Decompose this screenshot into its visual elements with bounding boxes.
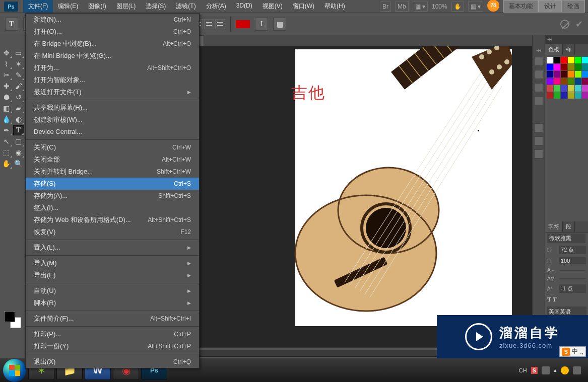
menu-item-退出(X)[interactable]: 退出(X)Ctrl+Q [26,356,199,368]
menu-item-打开(O)...[interactable]: 打开(O)...Ctrl+O [26,26,199,38]
swatch[interactable] [568,92,574,99]
move-tool[interactable]: ✥ [1,48,12,58]
eraser-tool[interactable]: ◧ [1,103,12,113]
tray-ch[interactable]: CH [519,367,527,373]
menu-item-文件简介(F)...[interactable]: 文件简介(F)...Alt+Shift+Ctrl+I [26,313,199,325]
italic-t[interactable]: T [553,296,556,303]
tray-icon[interactable] [561,366,569,374]
text-color-swatch[interactable] [236,20,250,28]
swatch[interactable] [547,71,553,78]
swatch[interactable] [575,92,581,99]
cs-live-badge[interactable]: 78 [487,0,499,12]
dock-icon[interactable] [534,70,543,79]
swatch[interactable] [547,78,553,85]
dock-icon[interactable] [534,149,543,159]
swatch[interactable] [561,85,567,92]
swatch[interactable] [547,85,553,92]
3d-tool[interactable]: ⬚ [1,147,12,158]
menu-item-打开为...[interactable]: 打开为...Alt+Shift+Ctrl+O [26,62,199,74]
swatch[interactable] [575,64,581,70]
blur-tool[interactable]: 💧 [1,114,12,124]
color-swatches[interactable] [4,311,21,328]
swatch[interactable] [575,71,581,78]
view-grid-icon[interactable]: ▦ ▾ [468,2,483,12]
warp-text-icon[interactable]: I [255,18,268,31]
swatch[interactable] [554,85,560,92]
kerning-field[interactable] [559,278,586,279]
menu-编辑(E)[interactable]: 编辑(E) [53,0,83,13]
hand-icon[interactable]: ✋ [451,2,464,12]
swatch[interactable] [575,85,581,92]
menu-文件(F)[interactable]: 文件(F) [23,0,53,13]
menu-item-在 Mini Bridge 中浏览(G)...[interactable]: 在 Mini Bridge 中浏览(G)... [26,50,199,62]
panel-tab[interactable]: 色板 [545,44,563,55]
fg-color[interactable] [4,311,15,322]
tray-up-icon[interactable]: ▴ [554,367,557,373]
swatch[interactable] [568,78,574,85]
menu-item-打印一份(Y)[interactable]: 打印一份(Y)Alt+Shift+Ctrl+P [26,340,199,352]
swatch[interactable] [554,57,560,63]
menu-item-关闭并转到 Bridge...[interactable]: 关闭并转到 Bridge...Shift+Ctrl+W [26,166,199,178]
collapse-icon[interactable]: ◂◂ [536,47,541,53]
dock-icon[interactable] [534,96,543,105]
swatch[interactable] [582,57,588,63]
menu-3D(D)[interactable]: 3D(D) [231,0,257,13]
tracking-field[interactable] [559,270,586,271]
menu-item-存储为 Web 和设备所用格式(D)...[interactable]: 存储为 Web 和设备所用格式(D)...Alt+Shift+Ctrl+S [26,214,199,226]
menu-帮助(H)[interactable]: 帮助(H) [319,0,350,13]
menu-item-存储为(A)...[interactable]: 存储为(A)...Shift+Ctrl+S [26,190,199,202]
panel-tab[interactable]: 段 [563,221,575,232]
tray-icon[interactable] [542,366,550,374]
font-size-field[interactable]: 72 点 [559,246,586,254]
menu-item-Device Central...[interactable]: Device Central... [26,126,199,138]
swatch[interactable] [582,64,588,70]
cancel-icon[interactable] [560,20,569,29]
start-button[interactable] [3,359,26,382]
gradient-tool[interactable]: ▰ [13,103,24,113]
ime-bar[interactable]: S 中 ., [559,346,586,357]
swatch[interactable] [575,78,581,85]
screen-mode-icon[interactable]: ▦ ▾ [413,2,428,12]
zoom-tool[interactable]: 🔍 [13,159,24,169]
swatch[interactable] [575,57,581,63]
menu-item-关闭(C)[interactable]: 关闭(C)Ctrl+W [26,141,199,154]
workspace-tab[interactable]: 绘画 [562,0,585,13]
swatch[interactable] [568,57,574,63]
dock-icon[interactable] [534,136,543,145]
stamp-tool[interactable]: ⬢ [1,92,12,102]
menu-图层(L)[interactable]: 图层(L) [111,0,141,13]
dock-icon[interactable] [534,83,543,92]
canvas[interactable]: 吉他 [202,46,532,342]
swatch[interactable] [561,64,567,70]
shape-tool[interactable]: ▢ [13,136,24,146]
swatch[interactable] [561,71,567,78]
menu-item-脚本(R)[interactable]: 脚本(R) [26,297,199,309]
menu-item-存储(S)[interactable]: 存储(S)Ctrl+S [26,178,199,190]
swatch[interactable] [547,57,553,63]
marquee-tool[interactable]: ▭ [13,48,24,58]
menu-item-导入(M)[interactable]: 导入(M) [26,257,199,269]
path-select-tool[interactable]: ↖ [1,136,12,146]
menu-item-创建新审核(W)...[interactable]: 创建新审核(W)... [26,114,199,126]
swatch[interactable] [547,92,553,99]
align-center[interactable] [204,19,214,29]
swatch[interactable] [554,92,560,99]
menu-item-置入(L)...[interactable]: 置入(L)... [26,242,199,254]
menu-item-打印(P)...[interactable]: 打印(P)...Ctrl+P [26,328,199,340]
menu-item-关闭全部[interactable]: 关闭全部Alt+Ctrl+W [26,154,199,166]
leading-field[interactable]: 100 [559,257,586,264]
workspace-tab[interactable]: 基本功能 [503,0,539,13]
crop-tool[interactable]: ✂ [1,70,12,80]
tray-icon[interactable] [573,366,581,374]
swatch[interactable] [568,64,574,70]
menu-窗口(W)[interactable]: 窗口(W) [288,0,319,13]
swatch[interactable] [568,85,574,92]
menu-item-新建(N)...[interactable]: 新建(N)...Ctrl+N [26,14,199,26]
swatch[interactable] [561,92,567,99]
align-right[interactable] [215,19,225,29]
panel-collapse[interactable]: ◂◂ [545,35,588,44]
swatches-grid[interactable] [545,55,588,100]
menu-item-共享我的屏幕(H)...[interactable]: 共享我的屏幕(H)... [26,102,199,114]
brush-tool[interactable]: 🖌 [13,81,24,91]
menu-item-导出(E)[interactable]: 导出(E) [26,269,199,281]
